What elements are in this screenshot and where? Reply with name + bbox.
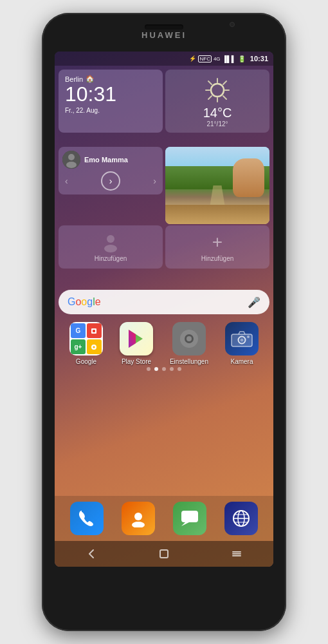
svg-point-11 xyxy=(66,162,77,168)
google-app-icon: G g+ xyxy=(69,322,103,355)
svg-marker-35 xyxy=(181,522,189,526)
svg-point-31 xyxy=(247,336,250,338)
battery-icon: 🔋 xyxy=(238,55,246,62)
add-contact-tile-1[interactable]: Hinzufügen xyxy=(59,225,163,269)
add-contacts-area: Hinzufügen + Hinzufügen xyxy=(59,225,269,269)
person-icon xyxy=(100,232,121,252)
phone-device: HUAWEI ⚡ NFC 4G ▐▌▌ 🔋 10:31 Berlin 🏠 xyxy=(42,13,286,631)
svg-point-33 xyxy=(132,522,145,527)
dot-2[interactable] xyxy=(162,367,166,371)
svg-rect-23 xyxy=(195,337,198,340)
dock-phone-app[interactable] xyxy=(70,502,104,535)
back-button[interactable] xyxy=(85,547,98,560)
camera-app[interactable]: Kamera xyxy=(225,322,259,365)
weather-widget[interactable]: 14°C 21°/12° xyxy=(165,70,269,133)
clock-time: 10:31 xyxy=(65,83,156,106)
contact-call-btn[interactable]: › xyxy=(101,171,120,191)
svg-line-6 xyxy=(223,96,226,99)
google-app[interactable]: G g+ Google xyxy=(69,322,103,365)
dot-4[interactable] xyxy=(178,367,181,371)
svg-rect-34 xyxy=(181,511,198,522)
svg-point-32 xyxy=(134,513,142,520)
speaker-grille xyxy=(145,24,183,30)
page-dots xyxy=(55,367,273,371)
google-search-bar[interactable]: Google 🎤 xyxy=(59,290,269,314)
mic-icon[interactable]: 🎤 xyxy=(248,296,260,308)
play-store-label: Play Store xyxy=(122,358,151,365)
dock-contacts-app[interactable] xyxy=(122,502,155,535)
svg-point-30 xyxy=(240,339,243,342)
google-app-label: Google xyxy=(76,358,96,365)
svg-rect-20 xyxy=(188,330,190,333)
play-store-icon xyxy=(120,322,153,355)
status-bar: ⚡ NFC 4G ▐▌▌ 🔋 10:31 xyxy=(55,52,273,66)
dock-contacts-icon xyxy=(122,502,155,535)
svg-point-12 xyxy=(107,235,114,243)
nfc-label: NFC xyxy=(198,55,211,62)
landscape-widget[interactable] xyxy=(165,147,269,224)
svg-rect-22 xyxy=(180,337,183,340)
weather-temp: 14°C xyxy=(203,106,232,120)
contact-avatar xyxy=(62,151,80,169)
svg-line-7 xyxy=(223,81,226,84)
svg-rect-21 xyxy=(188,345,190,348)
svg-rect-41 xyxy=(160,550,168,558)
bluetooth-icon: ⚡ xyxy=(189,55,196,62)
home-button[interactable] xyxy=(158,547,170,560)
signal-label: 4G xyxy=(214,56,221,62)
plus-icon: + xyxy=(207,232,228,252)
svg-line-8 xyxy=(208,96,212,99)
brand-label: HUAWEI xyxy=(141,30,187,40)
google-logo: Google xyxy=(68,296,101,308)
settings-icon xyxy=(172,322,206,355)
dock-messages-app[interactable] xyxy=(173,502,206,535)
next-contact-btn[interactable]: › xyxy=(153,176,156,186)
camera-label: Kamera xyxy=(230,358,253,365)
dot-3[interactable] xyxy=(170,367,174,371)
dock-browser-app[interactable] xyxy=(224,502,258,535)
app-icons-row: G g+ Google xyxy=(55,322,273,365)
menu-button[interactable] xyxy=(230,547,243,560)
status-icons: ⚡ NFC 4G ▐▌▌ 🔋 10:31 xyxy=(189,55,268,62)
dot-1[interactable] xyxy=(154,367,158,371)
phone-top: HUAWEI xyxy=(42,13,286,52)
camera-icon xyxy=(225,322,259,355)
svg-point-19 xyxy=(187,336,192,341)
dot-0[interactable] xyxy=(147,367,150,371)
contact-arrows: ‹ › › xyxy=(62,171,159,191)
dock-messages-icon xyxy=(173,502,206,535)
weather-range: 21°/12° xyxy=(206,120,228,128)
dock-phone-icon xyxy=(70,502,104,535)
widgets-area: Berlin 🏠 10:31 Fr., 22. Aug. xyxy=(55,66,273,137)
svg-point-0 xyxy=(211,84,224,97)
add-contact-tile-2[interactable]: + Hinzufügen xyxy=(165,225,269,269)
clock-date: Fr., 22. Aug. xyxy=(65,107,156,114)
contact-name: Emo Mamma xyxy=(84,156,128,164)
nav-bar xyxy=(55,541,273,567)
play-store-app[interactable]: Play Store xyxy=(120,322,153,365)
contact-header: Emo Mamma xyxy=(62,151,159,169)
sun-icon xyxy=(202,75,233,106)
dock-browser-icon xyxy=(224,502,258,535)
clock-widget[interactable]: Berlin 🏠 10:31 Fr., 22. Aug. xyxy=(59,70,163,133)
status-time: 10:31 xyxy=(250,55,268,62)
phone-screen: ⚡ NFC 4G ▐▌▌ 🔋 10:31 Berlin 🏠 10:31 Fr.,… xyxy=(55,52,273,567)
signal-bars: ▐▌▌ xyxy=(223,55,236,62)
svg-line-5 xyxy=(208,81,212,84)
settings-app[interactable]: Einstellungen xyxy=(170,322,208,365)
contact-widget[interactable]: Emo Mamma ‹ › › xyxy=(59,147,163,194)
front-camera xyxy=(230,22,235,27)
svg-rect-15 xyxy=(93,330,95,332)
svg-point-13 xyxy=(104,245,117,252)
prev-contact-btn[interactable]: ‹ xyxy=(65,176,68,186)
svg-point-10 xyxy=(68,154,75,160)
bottom-dock xyxy=(55,496,273,541)
phone-bottom xyxy=(42,567,286,618)
settings-label: Einstellungen xyxy=(170,358,208,365)
